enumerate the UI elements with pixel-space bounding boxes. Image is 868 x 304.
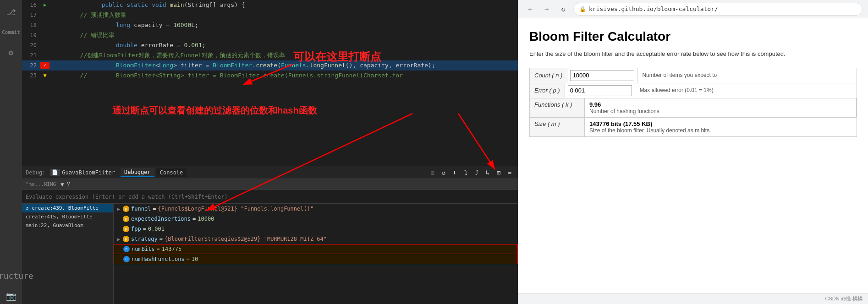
size-row: Size ( m ) 143776 bits (17.55 KB) Size o… bbox=[530, 118, 857, 136]
code-area: 16 ▶ public static void main(String[] ar… bbox=[22, 0, 518, 304]
var-row-funnel[interactable]: ▶ p funnel = {Funnels$LongFunnel@521} "F… bbox=[114, 204, 518, 214]
functions-label: Functions ( k ) bbox=[530, 98, 585, 117]
count-label: Count ( n ) bbox=[530, 68, 567, 83]
url-text: krisives.github.io/bloom-calculator/ bbox=[589, 5, 718, 12]
size-value: 143776 bits (17.55 KB) bbox=[589, 120, 852, 127]
code-line-23: 23 ▼ // BloomFilter<String> filter = Blo… bbox=[22, 71, 518, 81]
var-value-expected: 10000 bbox=[198, 216, 214, 222]
count-input[interactable] bbox=[570, 70, 634, 81]
debug-filter-bar: "ma...NING ▼ ⊻ bbox=[22, 179, 518, 190]
error-input-cell bbox=[565, 83, 635, 98]
var-eq-strategy: = bbox=[159, 236, 163, 242]
var-icon-numhash: n bbox=[123, 256, 130, 262]
debug-file-icon: 📄 bbox=[50, 169, 60, 176]
activity-structure[interactable]: Structure bbox=[3, 267, 19, 284]
debug-step-over-icon[interactable]: ⬇ bbox=[450, 168, 459, 177]
code-editor: 16 ▶ public static void main(String[] ar… bbox=[22, 0, 518, 166]
var-row-expected[interactable]: p expectedInsertions = 10000 bbox=[114, 214, 518, 224]
size-label: Size ( m ) bbox=[530, 118, 585, 136]
var-name-strategy: strategy bbox=[131, 236, 158, 242]
code-line-20: 20 double errorRate = 0.001; bbox=[22, 40, 518, 50]
var-name-numhash: numHashFunctions bbox=[132, 256, 185, 262]
tab-debugger[interactable]: Debugger bbox=[121, 168, 154, 177]
activity-settings[interactable]: ⚙ bbox=[3, 44, 19, 60]
gutter-23: ▼ bbox=[40, 71, 49, 81]
error-row: Error ( p ) Max allowed error (0.01 = 1%… bbox=[530, 83, 857, 98]
var-value-strategy: {BloomFilterStrategies$2@529} "MURMUR128… bbox=[165, 236, 327, 242]
browser-content: Bloom Filter Calculator Enter the size o… bbox=[518, 18, 868, 293]
var-eq-fpp: = bbox=[143, 226, 146, 232]
var-icon-funnel: p bbox=[123, 206, 129, 212]
debug-more-icon[interactable]: ≔ bbox=[505, 168, 514, 177]
var-row-numbits[interactable]: n numBits = 143775 bbox=[114, 244, 518, 254]
address-bar[interactable]: 🔒 krisives.github.io/bloom-calculator/ bbox=[573, 3, 863, 16]
lock-icon: 🔒 bbox=[579, 6, 586, 12]
back-button[interactable]: ← bbox=[524, 3, 537, 16]
count-input-cell bbox=[567, 68, 637, 83]
browser-toolbar: ← → ↻ 🔒 krisives.github.io/bloom-calcula… bbox=[518, 0, 868, 18]
breakpoint-22[interactable]: ✓ bbox=[40, 62, 49, 69]
var-value-fpp: 0.001 bbox=[148, 226, 165, 232]
var-row-numhash[interactable]: n numHashFunctions = 10 bbox=[114, 254, 518, 264]
filter-funnel-icon[interactable]: ⊻ bbox=[66, 181, 71, 188]
var-row-strategy[interactable]: ▶ p strategy = {BloomFilterStrategies$2@… bbox=[114, 234, 518, 244]
activity-git[interactable]: ⎇ bbox=[3, 4, 19, 20]
var-expand-numbits bbox=[118, 247, 123, 252]
error-label: Error ( p ) bbox=[530, 83, 565, 98]
ide-panel: ⎇ Commit ⚙ Structure 📷 16 ▶ public stati… bbox=[0, 0, 518, 304]
error-input[interactable] bbox=[568, 85, 632, 96]
debug-step-into-icon[interactable]: ⤵ bbox=[461, 168, 470, 177]
count-row: Count ( n ) Number of items you expect t… bbox=[530, 68, 857, 83]
debug-run-to-icon[interactable]: ↳ bbox=[483, 168, 492, 177]
var-eq-funnel: = bbox=[153, 206, 156, 212]
var-icon-expected: p bbox=[123, 216, 129, 222]
debug-menu-icon[interactable]: ≡ bbox=[428, 168, 437, 177]
run-icon-16[interactable]: ▶ bbox=[44, 0, 46, 10]
line-num-16: 16 bbox=[22, 0, 40, 10]
var-expand-funnel: ▶ bbox=[117, 206, 123, 212]
var-name-expected: expectedInsertions bbox=[131, 216, 191, 222]
evaluate-bar bbox=[22, 190, 518, 203]
forward-button[interactable]: → bbox=[540, 3, 553, 16]
var-expand-numhash bbox=[118, 256, 123, 261]
var-icon-strategy: p bbox=[123, 236, 129, 242]
filter-icon[interactable]: ▼ bbox=[60, 181, 64, 188]
footer-text: CSDN @怪 橘橘 bbox=[825, 295, 863, 302]
activity-bar: ⎇ Commit ⚙ Structure 📷 bbox=[0, 0, 22, 304]
var-name-fpp: fpp bbox=[131, 226, 141, 232]
activity-camera[interactable]: 📷 bbox=[3, 288, 19, 304]
var-value-funnel: {Funnels$LongFunnel@521} "Funnels.longFu… bbox=[158, 206, 314, 212]
var-icon-fpp: p bbox=[123, 226, 129, 232]
error-desc: Max allowed error (0.01 = 1%) bbox=[635, 83, 857, 98]
var-value-numhash: 10 bbox=[192, 256, 198, 262]
stack-frame-0[interactable]: ↺ create:439, BloomFilte bbox=[22, 204, 113, 212]
debug-resume-icon[interactable]: ↺ bbox=[439, 168, 448, 177]
var-row-fpp[interactable]: p fpp = 0.001 bbox=[114, 224, 518, 234]
evaluate-input[interactable] bbox=[26, 194, 514, 200]
gutter-16: ▶ bbox=[40, 0, 49, 10]
refresh-button[interactable]: ↻ bbox=[557, 3, 570, 16]
variables-panel: ▶ p funnel = {Funnels$LongFunnel@521} "F… bbox=[114, 204, 518, 304]
stack-frame-1[interactable]: create:415, BloomFilte bbox=[22, 212, 113, 221]
page-description: Enter the size of the bloom filter and t… bbox=[529, 49, 857, 59]
debug-grid-icon[interactable]: ⊞ bbox=[494, 168, 503, 177]
size-desc: Size of the bloom filter. Usually denote… bbox=[589, 127, 852, 134]
var-expand-strategy: ▶ bbox=[117, 237, 123, 242]
tab-console[interactable]: Console bbox=[156, 168, 187, 177]
browser-panel: ← → ↻ 🔒 krisives.github.io/bloom-calcula… bbox=[518, 0, 868, 304]
arrow-23: ▼ bbox=[43, 71, 46, 81]
calculator-form: Count ( n ) Number of items you expect t… bbox=[529, 68, 857, 137]
debug-step-out-icon[interactable]: ⤴ bbox=[472, 168, 481, 177]
line-num-23: 23 bbox=[22, 71, 40, 81]
debug-file-name: GuavaBloomFilter bbox=[62, 169, 115, 176]
stack-frame-2[interactable]: main:22, GuavaBloom bbox=[22, 221, 113, 230]
activity-commit[interactable]: Commit bbox=[3, 24, 19, 40]
var-name-funnel: funnel bbox=[131, 206, 151, 212]
var-eq-expected: = bbox=[192, 216, 196, 222]
count-desc: Number of items you expect to bbox=[637, 68, 857, 83]
browser-footer: CSDN @怪 橘橘 bbox=[518, 293, 868, 304]
functions-row: Functions ( k ) 9.96 Number of hashing f… bbox=[530, 98, 857, 118]
gutter-22[interactable]: ✓ bbox=[40, 62, 49, 69]
line-num-18: 18 bbox=[22, 20, 40, 30]
var-expand-fpp bbox=[117, 227, 123, 232]
